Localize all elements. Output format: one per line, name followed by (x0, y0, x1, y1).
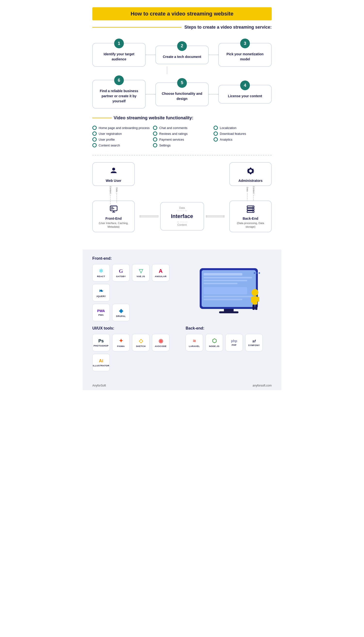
svg-point-32 (254, 272, 255, 274)
func-dot-11 (214, 137, 218, 142)
symfony-icon: sf (252, 339, 256, 343)
step-2-label: Create a tech document (160, 54, 204, 60)
web-user-label: Web User (96, 179, 131, 183)
steps-section-title: Steps to create a video streaming servic… (184, 25, 272, 30)
func-item-8: Settings (153, 142, 211, 148)
content-arrow-label: ← · · · · · (164, 220, 201, 223)
step-1-wrapper: 1 Identify your target audience (92, 37, 146, 67)
svg-point-12 (252, 211, 253, 212)
func-divider-line (92, 118, 112, 118)
func-item-11: Analytics (214, 137, 272, 142)
svg-rect-29 (255, 305, 257, 310)
step-2-wrapper: 2 Create a tech document (155, 40, 209, 64)
backend-tech-title: Back-end: (186, 326, 272, 330)
svg-rect-25 (252, 296, 257, 305)
svg-rect-20 (204, 283, 238, 284)
vert-dotted-1 (110, 195, 110, 205)
dotted-h-4 (209, 94, 218, 95)
tech-sketch: ◇ SKETCH (132, 334, 150, 351)
footer: AnyforSoft anyforsoft.com (83, 381, 281, 390)
divider-line-left (92, 27, 182, 28)
svg-rect-19 (204, 280, 247, 281)
func-dot-4 (92, 143, 97, 147)
connector-2-3 (209, 49, 218, 55)
func-item-10: Download features (214, 131, 272, 137)
func-dot-7 (153, 137, 157, 142)
svg-rect-5 (111, 208, 114, 209)
footer-right: anyforsoft.com (252, 384, 272, 387)
backend-label: Back-End (233, 217, 268, 220)
func-dot-8 (153, 143, 157, 147)
tech-gatsby: G GATSBY (112, 264, 130, 282)
vue-label: VUE.JS (136, 275, 145, 278)
func-col-2: Chat and comments Reviews and ratings Pa… (153, 125, 211, 148)
tech-symfony: sf SYMFONY (245, 334, 263, 351)
php-label: PHP (232, 344, 236, 346)
func-col-1: Home page and onboarding process User re… (92, 125, 150, 148)
illustrator-icon: Ai (99, 358, 103, 363)
gatsby-label: GATSBY (116, 275, 126, 278)
architecture-section: Web User Administrators Content ↓ Data ↓ (92, 162, 272, 245)
avocode-icon: ◉ (158, 338, 163, 344)
func-cols: Home page and onboarding process User re… (92, 125, 272, 148)
drupal-icon: ◈ (119, 308, 123, 314)
react-icon: ⚛ (99, 268, 104, 274)
svg-rect-27 (257, 297, 259, 302)
tech-jquery: ❧ JQUERY (92, 284, 110, 301)
step-5-number: 5 (177, 78, 187, 88)
svg-rect-18 (204, 277, 252, 278)
frontend-icons-row2: PWA PWA ◈ DRUPAL (92, 304, 178, 321)
vert-dotted-2 (116, 194, 117, 203)
tech-section: Front-end: ⚛ REACT G GATSBY ▽ VUE.JS A A… (83, 250, 281, 381)
content-down-arrow: Content ↓ (109, 186, 112, 205)
data-label-left: Data ↓ (116, 187, 118, 194)
footer-left: AnyforSoft (92, 384, 106, 387)
uiux-tech-col: UI/UX tools: Ps PHOTOSHOP ✦ FIGMA ◇ SKET… (92, 326, 178, 371)
administrators-label: Administrators (233, 179, 268, 183)
angular-label: ANGULAR (155, 275, 167, 278)
connector-5-4 (209, 88, 218, 95)
svg-rect-17 (204, 273, 242, 275)
svg-rect-21 (204, 287, 247, 294)
backend-tech-col: Back-end: ≈ LARAVEL ⬡ NODE.JS php PHP sf… (186, 326, 272, 371)
svg-point-31 (256, 272, 258, 274)
tech-photoshop: Ps PHOTOSHOP (92, 334, 110, 351)
svg-rect-14 (219, 311, 238, 313)
func-dot-9 (214, 126, 218, 130)
step-5-label: Choose functionality and design (160, 91, 204, 101)
tech-php: php PHP (226, 334, 243, 351)
dotted-h-1 (146, 55, 155, 55)
h-dotted-right-2 (206, 217, 225, 217)
web-user-icon (96, 167, 131, 177)
tech-row-bottom: UI/UX tools: Ps PHOTOSHOP ✦ FIGMA ◇ SKET… (92, 326, 272, 371)
monitor-svg (195, 263, 263, 317)
svg-rect-23 (204, 299, 242, 300)
svg-point-24 (252, 289, 258, 296)
tech-row-top: Front-end: ⚛ REACT G GATSBY ▽ VUE.JS A A… (92, 256, 272, 321)
svg-rect-26 (251, 297, 253, 303)
monitor-illustration (186, 256, 272, 321)
vert-connector-3-4 (167, 67, 167, 74)
steps-row-top: 1 Identify your target audience 2 Create… (92, 37, 272, 67)
symfony-label: SYMFONY (248, 344, 260, 346)
full-dotted-divider (92, 155, 272, 155)
backend-box: Back-End (Data processing, Data storage) (229, 201, 272, 232)
photoshop-icon: Ps (98, 338, 104, 344)
func-dot-10 (214, 131, 218, 136)
gatsby-icon: G (119, 268, 123, 274)
tech-illustrator: Ai ILLUSTRATOR (92, 354, 110, 371)
figma-icon: ✦ (119, 338, 123, 344)
tech-react: ⚛ REACT (92, 264, 110, 282)
step-4-label: License your content (223, 94, 267, 99)
step-4-number: 4 (240, 81, 250, 90)
nodejs-icon: ⬡ (212, 338, 217, 344)
backend-icons: ≈ LARAVEL ⬡ NODE.JS php PHP sf SYMFONY (186, 334, 272, 351)
photoshop-label: PHOTOSHOP (94, 345, 108, 347)
content-arrow-symbol: Content (164, 223, 201, 226)
content-label: Content ↓ (109, 186, 112, 195)
figma-label: FIGMA (117, 345, 125, 347)
h-dotted-right-1 (206, 216, 225, 216)
func-dot-3 (92, 137, 97, 142)
pwa-icon: PWA (97, 309, 105, 313)
laravel-label: LARAVEL (189, 345, 200, 347)
